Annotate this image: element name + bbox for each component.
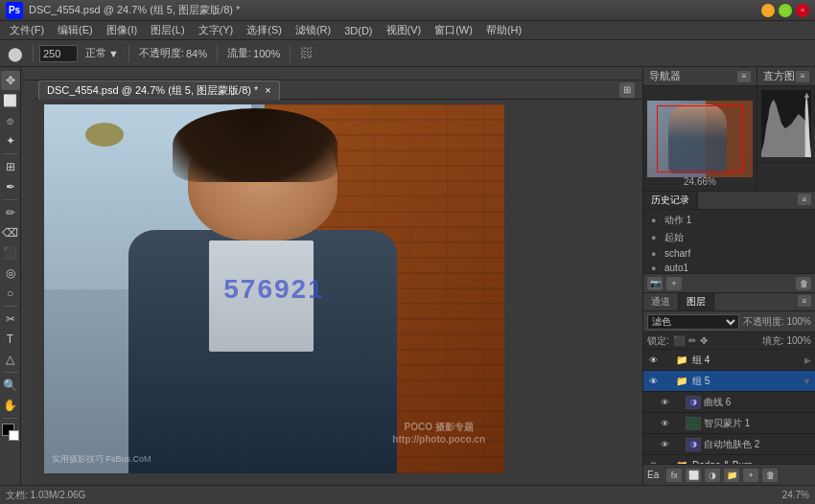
airbrush-toggle[interactable]: ⛆ (296, 44, 316, 62)
layer-thumbnail: 📁 (674, 375, 689, 388)
zoom-tool[interactable]: 🔍 (1, 376, 20, 395)
layer-item[interactable]: 👁📁组 4▶ (643, 350, 815, 371)
right-panel: 导航器 ≡ 24.66% (642, 67, 815, 485)
status-bar: 文档: 1.03M/2.06G 24.7% (0, 485, 815, 504)
lasso-tool[interactable]: ⌾ (1, 111, 20, 130)
menu-bar: 文件(F)编辑(E)图像(I)图层(L)文字(Y)选择(S)滤镜(R)3D(D)… (0, 21, 815, 40)
history-menu-btn[interactable]: ≡ (798, 194, 811, 205)
ea-label: Ea (647, 470, 659, 480)
menu-item[interactable]: 窗口(W) (429, 21, 478, 39)
canvas-with-vruler: DSC_4554.psd @ 24.7% (组 5, 图层蒙版/8) * × ⊞ (21, 80, 642, 485)
toolbar-separator-4 (290, 45, 291, 62)
toolbar-separator-2 (128, 45, 129, 62)
layer-item[interactable]: 👁📁组 5▼ (643, 371, 815, 392)
crop-tool[interactable]: ⊞ (1, 157, 20, 176)
arrange-docs-btn[interactable]: ⊞ (619, 82, 635, 98)
layer-fx-btn[interactable]: fx (666, 469, 682, 482)
tab-channels[interactable]: 通道 (643, 293, 679, 310)
layer-visibility-toggle[interactable]: 👁 (659, 439, 670, 450)
person-hair (173, 108, 338, 182)
lock-label: 锁定: (647, 334, 669, 348)
menu-item[interactable]: 文字(Y) (193, 21, 240, 39)
document-tabs: DSC_4554.psd @ 24.7% (组 5, 图层蒙版/8) * × ⊞ (35, 80, 642, 100)
layer-visibility-toggle[interactable]: 👁 (659, 418, 670, 429)
close-tab-btn[interactable]: × (265, 84, 270, 96)
window-controls: − □ × (761, 4, 809, 17)
layer-item[interactable]: 👁◑曲线 6 (643, 392, 815, 413)
tab-history[interactable]: 历史记录 (643, 192, 698, 209)
layer-visibility-toggle[interactable]: 👁 (647, 376, 659, 387)
menu-item[interactable]: 图像(I) (101, 21, 143, 39)
history-header-btns: ≡ (794, 192, 815, 209)
layers-panel: 通道 图层 ≡ 滤色 正常 正片叠底 叠加 不透明度: 100% 锁定: ⬛ ✏ (643, 293, 815, 485)
minimize-button[interactable]: − (761, 4, 775, 17)
history-create-layer-btn[interactable]: + (666, 277, 682, 290)
history-item-label: 动作 1 (664, 214, 691, 227)
layer-item[interactable]: 👁智贝蒙片 1 (643, 413, 815, 434)
menu-item[interactable]: 视图(V) (381, 21, 428, 39)
lock-pixels-btn[interactable]: ✏ (688, 335, 696, 346)
tab-layers[interactable]: 图层 (679, 293, 714, 310)
fg-color-box[interactable] (2, 424, 19, 441)
tool-separator-4 (3, 372, 18, 373)
history-item[interactable]: ●起始 (645, 229, 813, 246)
history-new-snapshot-btn[interactable]: 📷 (647, 277, 663, 290)
layer-visibility-toggle[interactable]: 👁 (647, 355, 659, 366)
eyedropper-tool[interactable]: ✒ (1, 177, 20, 196)
opacity-display: 不透明度: 84% (135, 44, 211, 62)
menu-item[interactable]: 选择(S) (241, 21, 288, 39)
blend-mode-select[interactable]: 滤色 正常 正片叠底 叠加 (647, 314, 739, 330)
menu-item[interactable]: 编辑(E) (52, 21, 99, 39)
layers-menu-btn[interactable]: ≡ (798, 295, 811, 307)
layer-adjustment-btn[interactable]: ◑ (705, 469, 720, 482)
history-item[interactable]: ●auto1 (645, 261, 813, 273)
menu-item[interactable]: 滤镜(R) (290, 21, 337, 39)
history-delete-btn[interactable]: 🗑 (796, 277, 811, 290)
history-item[interactable]: ●动作 1 (645, 212, 813, 229)
menu-item[interactable]: 文件(F) (4, 21, 50, 39)
shape-tool[interactable]: △ (1, 350, 20, 369)
title-bar: Ps DSC_4554.psd @ 24.7% (组 5, 图层蒙版/8) * … (0, 0, 815, 21)
new-group-btn[interactable]: 📁 (724, 469, 739, 482)
maximize-button[interactable]: □ (779, 4, 792, 17)
delete-layer-btn[interactable]: 🗑 (762, 469, 778, 482)
document-tab-active[interactable]: DSC_4554.psd @ 24.7% (组 5, 图层蒙版/8) * × (38, 80, 280, 100)
menu-item[interactable]: 帮助(H) (480, 21, 527, 39)
navigator-menu-btn[interactable]: ≡ (737, 71, 751, 82)
layer-mask-btn[interactable]: ⬜ (686, 469, 701, 482)
dodge-tool[interactable]: ○ (1, 284, 20, 303)
close-button[interactable]: × (796, 4, 809, 17)
layer-expand-btn[interactable]: ▼ (803, 377, 811, 386)
pen-tool[interactable]: ✂ (1, 309, 20, 329)
layer-visibility-toggle[interactable]: 👁 (659, 397, 670, 408)
history-item[interactable]: ●scharf (645, 246, 813, 261)
fill-label: 填充: 100% (762, 334, 811, 348)
menu-item[interactable]: 3D(D) (338, 23, 378, 38)
histogram-white-point[interactable]: ▲ (803, 90, 811, 100)
histogram-menu-btn[interactable]: ≡ (796, 71, 809, 82)
lock-position-btn[interactable]: ✥ (700, 335, 708, 346)
text-tool[interactable]: T (1, 330, 20, 349)
layer-item[interactable]: 👁📁Dodge & Burn▶ (643, 455, 815, 464)
menu-item[interactable]: 图层(L) (145, 21, 190, 39)
brush-size-input[interactable]: 250 (39, 45, 78, 62)
move-tool[interactable]: ✥ (1, 71, 20, 90)
tool-separator-5 (3, 418, 18, 419)
history-panel: 历史记录 ≡ ●动作 1●起始●scharf●auto1●autoskin co… (643, 192, 815, 293)
blur-tool[interactable]: ◎ (1, 263, 20, 283)
window-title: DSC_4554.psd @ 24.7% (组 5, 图层蒙版/8) * (29, 3, 761, 17)
wand-tool[interactable]: ✦ (1, 131, 20, 150)
canvas-area[interactable]: DSC_4554.psd @ 24.7% (组 5, 图层蒙版/8) * × ⊞ (35, 80, 642, 485)
canvas-content[interactable]: 576921 POCO 摄影专题 http://photo.poco.cn 实用… (35, 100, 642, 485)
layer-item[interactable]: 👁◑自动地肤色 2 (643, 434, 815, 455)
brush-mode-selector[interactable]: 正常 ▼ (82, 44, 123, 62)
lock-transparency-btn[interactable]: ⬛ (673, 335, 685, 346)
layer-expand-btn[interactable]: ▶ (804, 355, 811, 365)
eraser-tool[interactable]: ⌫ (1, 223, 20, 242)
fill-tool[interactable]: ⬛ (1, 243, 20, 263)
status-zoom: 24.7% (782, 490, 809, 500)
hand-tool[interactable]: ✋ (1, 396, 20, 415)
brush-tool[interactable]: ✏ (1, 203, 20, 222)
marquee-tool[interactable]: ⬜ (1, 91, 20, 110)
new-layer-btn[interactable]: + (743, 469, 758, 482)
